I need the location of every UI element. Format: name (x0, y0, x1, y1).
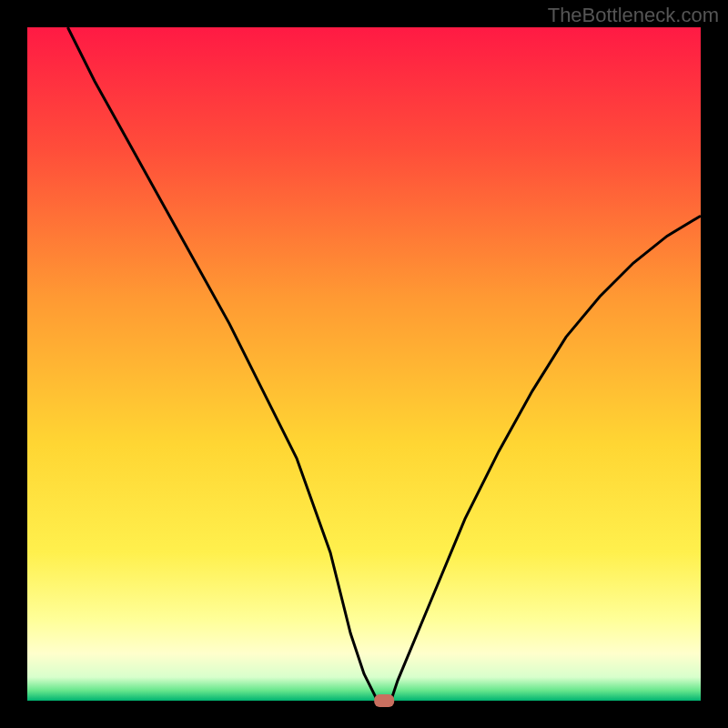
chart-container: TheBottleneck.com (0, 0, 728, 728)
plot-area (27, 27, 701, 701)
optimum-marker (374, 694, 394, 707)
attribution-label: TheBottleneck.com (548, 4, 719, 27)
bottleneck-chart (0, 0, 728, 728)
